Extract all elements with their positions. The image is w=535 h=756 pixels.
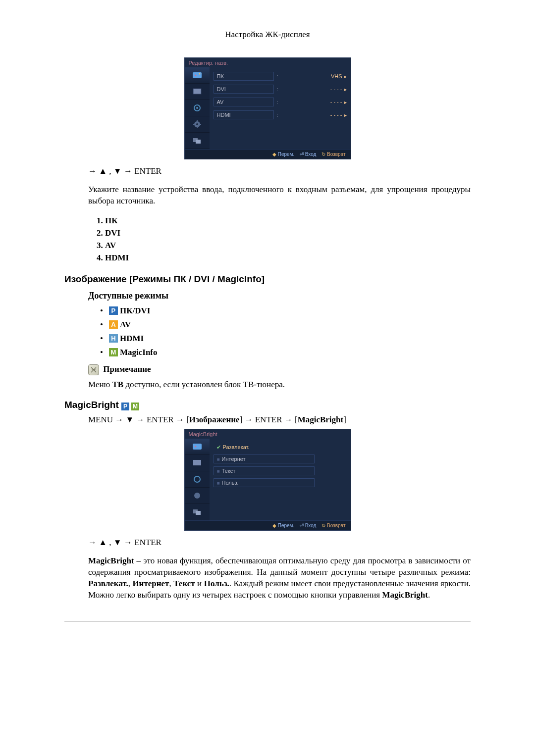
osd-row-label: DVI	[214, 85, 274, 94]
magicbright-heading: MagicBright PM	[64, 400, 471, 411]
body-text: Укажите название устройства ввода, подкл…	[88, 184, 471, 207]
m-badge-icon: M	[131, 403, 139, 410]
osd-footer: ◆ Перем. ⏎ Вход ↻ Возврат	[185, 520, 351, 530]
check-icon: ✔	[216, 444, 221, 450]
osd-option-row: ✔Развлекат.	[214, 442, 347, 453]
osd-row-value: VHS	[330, 73, 343, 79]
osd-row: ПК : VHS▸	[214, 70, 347, 82]
return-icon: ↻	[321, 523, 325, 528]
osd-tab-multi-icon	[185, 133, 210, 149]
osd-option-row: ■Текст	[214, 465, 347, 476]
osd-tab-sound-icon	[185, 471, 210, 488]
mode-label: ПК/DVI	[120, 306, 150, 316]
note-icon	[88, 364, 99, 375]
osd-tab-setup-icon	[185, 488, 210, 504]
osd-footer: ◆ Перем. ⏎ Вход ↻ Возврат	[185, 149, 351, 159]
mode-item-magicinfo: M MagicInfo	[100, 348, 471, 357]
mode-label: HDMI	[120, 334, 144, 344]
osd-row: AV : - - - -▸	[214, 96, 347, 108]
osd-row: HDMI : - - - -▸	[214, 109, 347, 121]
mode-label: MagicInfo	[120, 348, 158, 357]
svg-rect-15	[196, 511, 201, 515]
mode-label: AV	[120, 320, 131, 330]
note-heading: Примечание	[88, 364, 471, 375]
page-title: Настройка ЖК-дисплея	[64, 30, 471, 40]
list-item: AV	[105, 241, 471, 251]
nav-hint: → ▲ , ▼ → ENTER	[88, 166, 471, 176]
list-item: HDMI	[105, 253, 471, 263]
a-badge-icon: A	[109, 320, 118, 329]
chevron-right-icon: ▸	[344, 74, 347, 79]
osd-row: DVI : - - - -▸	[214, 83, 347, 95]
osd-row-value: - - - -	[329, 99, 343, 105]
osd-row-label: AV	[214, 98, 274, 106]
osd-side-tabs	[185, 67, 210, 149]
osd-option-row: ■Интернет	[214, 454, 347, 464]
svg-point-1	[199, 73, 200, 75]
svg-rect-11	[193, 460, 201, 465]
m-badge-icon: M	[109, 348, 118, 356]
osd-tab-picture-icon	[185, 455, 210, 471]
h-badge-icon: H	[109, 334, 118, 343]
osd-tab-sound-icon	[185, 100, 210, 116]
mode-item-pkdvi: P ПК/DVI	[100, 306, 471, 316]
svg-point-7	[196, 123, 198, 125]
chevron-right-icon: ▸	[344, 100, 347, 105]
p-badge-icon: P	[121, 403, 129, 410]
osd-title: Редактир. назв.	[185, 58, 351, 67]
source-list: ПК DVI AV HDMI	[88, 216, 471, 263]
body-text: MagicBright – это новая функция, обеспеч…	[88, 555, 471, 601]
osd-row-label: HDMI	[214, 110, 274, 119]
svg-rect-9	[196, 140, 201, 144]
nav-hint: → ▲ , ▼ → ENTER	[88, 538, 471, 548]
mode-item-av: A AV	[100, 320, 471, 330]
osd-tab-picture-icon	[185, 84, 210, 100]
list-item: DVI	[105, 228, 471, 238]
list-item: ПК	[105, 216, 471, 226]
enter-icon: ⏎	[300, 523, 304, 528]
svg-point-12	[194, 476, 200, 482]
svg-point-13	[194, 493, 200, 499]
menu-path: MENU → ▼ → ENTER → [Изображение] → ENTER…	[88, 415, 471, 425]
osd-option-row: ■Польз.	[214, 477, 347, 488]
chevron-right-icon: ▸	[344, 112, 347, 118]
p-badge-icon: P	[109, 306, 118, 315]
chevron-right-icon: ▸	[344, 87, 347, 92]
osd-row-label: ПК	[214, 72, 274, 81]
osd-row-value: - - - -	[329, 86, 343, 92]
sub-heading: Доступные режимы	[88, 291, 471, 301]
osd-title: MagicBright	[185, 429, 351, 439]
enter-icon: ⏎	[300, 151, 304, 157]
mode-list: P ПК/DVI A AV H HDMI M MagicInfo	[88, 306, 471, 357]
svg-rect-2	[193, 89, 201, 94]
osd-side-tabs	[185, 439, 210, 520]
svg-rect-10	[193, 444, 202, 450]
return-icon: ↻	[321, 151, 325, 157]
osd-tab-input-icon	[185, 67, 210, 84]
footer-rule	[64, 621, 471, 621]
osd-edit-name: Редактир. назв. ПК : VHS▸ DVI	[184, 57, 351, 159]
mode-item-hdmi: H HDMI	[100, 334, 471, 344]
section-heading: Изображение [Режимы ПК / DVI / MagicInfo…	[64, 274, 471, 285]
svg-point-5	[196, 107, 198, 109]
osd-tab-setup-icon	[185, 116, 210, 133]
diamond-icon: ◆	[272, 523, 276, 528]
osd-tab-input-icon	[185, 439, 210, 455]
note-text: Меню ТВ доступно, если установлен блок Т…	[88, 379, 471, 391]
osd-tab-multi-icon	[185, 504, 210, 520]
svg-rect-0	[193, 72, 202, 78]
osd-row-value: - - - -	[329, 112, 343, 118]
diamond-icon: ◆	[272, 151, 276, 157]
osd-magicbright: MagicBright ✔Развлекат. ■Интернет	[184, 429, 351, 531]
